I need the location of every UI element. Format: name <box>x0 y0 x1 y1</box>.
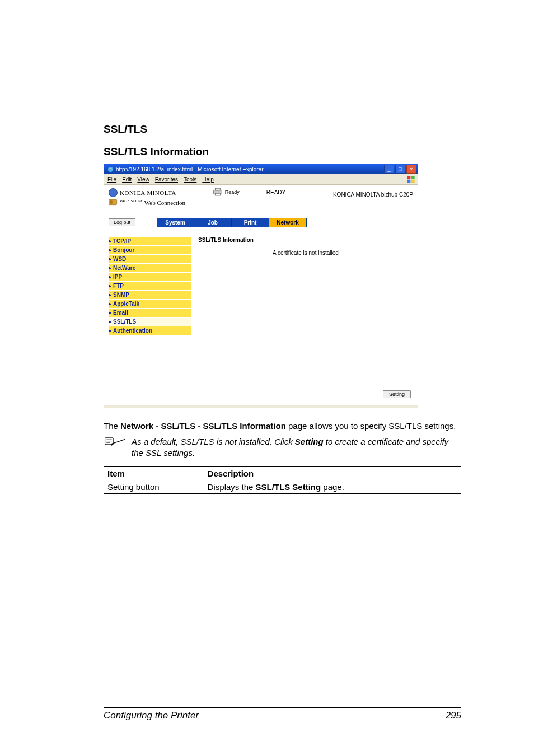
status-bar <box>104 405 418 408</box>
maximize-button[interactable]: □ <box>395 165 405 174</box>
table-row: Setting button Displays the SSL/TLS Sett… <box>104 480 461 494</box>
sidebar-item-ipp[interactable]: IPP <box>109 273 191 282</box>
setting-button[interactable]: Setting <box>383 390 411 398</box>
panel-message: A certificate is not installed <box>198 250 413 256</box>
description-table: Item Description Setting button Displays… <box>104 466 461 494</box>
title-bar: http://192.168.1.2/a_index.html - Micros… <box>104 164 418 174</box>
footer-page-number: 295 <box>446 710 461 721</box>
svg-rect-8 <box>215 188 220 190</box>
menu-view[interactable]: View <box>137 176 149 183</box>
main-panel: SSL/TLS Information A certificate is not… <box>198 237 413 335</box>
svg-rect-1 <box>407 176 410 179</box>
tab-network[interactable]: Network <box>269 218 307 227</box>
status-ready-big: READY <box>266 189 285 195</box>
menu-file[interactable]: File <box>107 176 116 183</box>
window-title: http://192.168.1.2/a_index.html - Micros… <box>116 166 263 172</box>
sidebar-item-ftp[interactable]: FTP <box>109 282 191 291</box>
model-label: KONICA MINOLTA bizhub C20P <box>333 192 413 198</box>
footer-title: Configuring the Printer <box>104 710 199 721</box>
sidebar-item-wsd[interactable]: WSD <box>109 255 191 264</box>
menu-tools[interactable]: Tools <box>184 176 196 183</box>
svg-rect-3 <box>407 180 410 183</box>
windows-flag-icon <box>406 175 415 184</box>
page-footer: Configuring the Printer 295 <box>104 707 461 721</box>
menu-bar: File Edit View Favorites Tools Help <box>104 174 418 185</box>
sidebar-item-snmp[interactable]: SNMP <box>109 291 191 300</box>
minimize-button[interactable]: _ <box>384 165 394 174</box>
body-paragraph: The Network - SSL/TLS - SSL/TLS Informat… <box>104 421 461 432</box>
close-button[interactable]: × <box>406 165 416 174</box>
status-ready-label: Ready <box>225 189 240 195</box>
table-header-row: Item Description <box>104 467 461 480</box>
tab-print[interactable]: Print <box>232 218 269 227</box>
printer-icon <box>213 188 223 196</box>
brand-logo-icon <box>109 188 118 197</box>
tab-bar: System Job Print Network <box>157 218 307 227</box>
browser-window: http://192.168.1.2/a_index.html - Micros… <box>104 164 418 408</box>
sidebar-item-authentication[interactable]: Authentication <box>109 326 191 335</box>
sidebar-item-netware[interactable]: NetWare <box>109 264 191 273</box>
brand-text: KONICA MINOLTA <box>120 189 176 196</box>
svg-rect-9 <box>215 193 220 195</box>
sidebar-item-appletalk[interactable]: AppleTalk <box>109 300 191 309</box>
tab-job[interactable]: Job <box>194 218 232 227</box>
menu-favorites[interactable]: Favorites <box>155 176 178 183</box>
pagescope-icon <box>109 199 118 206</box>
menu-edit[interactable]: Edit <box>122 176 132 183</box>
sidebar-item-email[interactable]: Email <box>109 309 191 318</box>
table-header-item: Item <box>104 467 204 480</box>
table-cell-item: Setting button <box>104 480 204 494</box>
note-text: As a default, SSL/TLS is not installed. … <box>132 436 461 459</box>
table-header-description: Description <box>204 467 461 480</box>
panel-title: SSL/TLS Information <box>198 237 413 243</box>
sidebar: TCP/IP Bonjour WSD NetWare IPP FTP SNMP … <box>109 237 191 335</box>
tab-system[interactable]: System <box>157 218 194 227</box>
svg-rect-2 <box>411 176 415 179</box>
ie-icon <box>107 166 114 172</box>
table-cell-description: Displays the SSL/TLS Setting page. <box>204 480 461 494</box>
web-connection-label: PAGE SCOPE Web Connection <box>120 199 185 206</box>
sidebar-item-tcpip[interactable]: TCP/IP <box>109 237 191 246</box>
note-icon <box>104 436 126 447</box>
note-row: As a default, SSL/TLS is not installed. … <box>104 436 461 459</box>
sidebar-item-ssltls[interactable]: SSL/TLS <box>109 318 191 326</box>
heading-ssl-tls: SSL/TLS <box>104 123 461 136</box>
heading-ssl-tls-information: SSL/TLS Information <box>104 146 461 158</box>
svg-rect-6 <box>110 201 113 204</box>
svg-rect-4 <box>411 180 415 183</box>
menu-help[interactable]: Help <box>202 176 214 183</box>
sidebar-item-bonjour[interactable]: Bonjour <box>109 246 191 255</box>
logout-button[interactable]: Log out <box>109 218 135 226</box>
